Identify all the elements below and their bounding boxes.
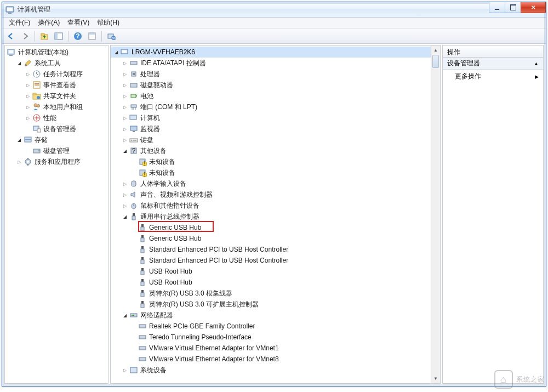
expand-icon[interactable] (122, 213, 128, 220)
console-tree-pane[interactable]: 计算机管理(本地) 系统工具 任务计划程序 事件查看器 共享文件夹 本地用户和组… (4, 45, 109, 384)
tree-task-scheduler[interactable]: 任务计划程序 (5, 69, 108, 79)
expand-icon[interactable] (122, 104, 128, 110)
device-cat[interactable]: 人体学输入设备 (111, 178, 431, 189)
expand-icon[interactable] (25, 82, 31, 88)
tree-storage[interactable]: 存储 (5, 134, 108, 145)
back-button[interactable] (4, 30, 18, 42)
device-item[interactable]: Standard Enhanced PCI to USB Host Contro… (111, 255, 431, 266)
nic-icon (138, 355, 147, 363)
usb-device-icon (138, 267, 147, 276)
expand-icon[interactable] (122, 191, 128, 198)
expand-icon[interactable] (122, 137, 128, 143)
title-bar[interactable]: 计算机管理 (2, 2, 546, 18)
minimize-button[interactable] (489, 2, 505, 13)
expand-icon[interactable] (122, 147, 128, 154)
body-panes: 计算机管理(本地) 系统工具 任务计划程序 事件查看器 共享文件夹 本地用户和组… (4, 45, 544, 384)
expand-icon[interactable] (122, 367, 128, 373)
expand-icon[interactable] (122, 71, 128, 77)
device-item[interactable]: 英特尔(R) USB 3.0 根集线器 (111, 288, 431, 299)
expand-icon[interactable] (122, 82, 128, 88)
tree-label: 英特尔(R) USB 3.0 可扩展主机控制器 (149, 300, 259, 309)
tree-shared-folders[interactable]: 共享文件夹 (5, 90, 108, 101)
expand-icon[interactable] (16, 137, 22, 143)
device-cat[interactable]: 磁盘驱动器 (111, 79, 431, 90)
expand-icon[interactable] (122, 312, 128, 319)
svg-rect-4 (41, 33, 44, 35)
device-cat[interactable]: 网络适配器 (111, 310, 431, 321)
device-cat[interactable]: IDE ATA/ATAPI 控制器 (111, 58, 431, 69)
expand-icon[interactable] (122, 115, 128, 121)
help-button[interactable]: ? (71, 30, 84, 42)
actions-category[interactable]: 设备管理器▲ (443, 58, 543, 70)
expand-icon[interactable] (122, 180, 128, 187)
expand-icon[interactable] (25, 115, 31, 121)
tree-device-manager[interactable]: 设备管理器 (5, 123, 108, 134)
maximize-button[interactable] (505, 2, 521, 13)
device-item[interactable]: Realtek PCIe GBE Family Controller (111, 321, 431, 332)
device-cat[interactable]: 声音、视频和游戏控制器 (111, 189, 431, 200)
device-item[interactable]: !未知设备 (111, 156, 431, 167)
device-cat[interactable]: 系统设备 (111, 365, 431, 376)
device-item-usb1[interactable]: Generic USB Hub (111, 222, 431, 233)
menu-view[interactable]: 查看(V) (64, 17, 93, 29)
device-item[interactable]: VMware Virtual Ethernet Adapter for VMne… (111, 343, 431, 354)
device-cat[interactable]: 计算机 (111, 112, 431, 123)
collapse-icon[interactable]: ▲ (534, 61, 539, 66)
scroll-up-button[interactable]: ▲ (431, 46, 440, 55)
expand-icon[interactable] (16, 158, 22, 165)
tree-systools[interactable]: 系统工具 (5, 58, 108, 69)
expand-spacer (130, 257, 137, 264)
device-item[interactable]: Teredo Tunneling Pseudo-Interface (111, 332, 431, 343)
menu-action[interactable]: 操作(A) (35, 17, 63, 29)
expand-icon[interactable] (113, 49, 119, 55)
expand-icon[interactable] (122, 126, 128, 132)
tree-label: VMware Virtual Ethernet Adapter for VMne… (149, 344, 279, 352)
scroll-thumb[interactable] (432, 55, 439, 68)
tree-event-viewer[interactable]: 事件查看器 (5, 79, 108, 90)
scan-hardware-button[interactable] (105, 30, 118, 42)
expand-icon[interactable] (122, 202, 128, 209)
device-cat[interactable]: 键盘 (111, 134, 431, 145)
tree-performance[interactable]: 性能 (5, 112, 108, 123)
expand-icon[interactable] (25, 71, 31, 77)
device-cat[interactable]: 监视器 (111, 123, 431, 134)
svg-rect-69 (141, 235, 144, 238)
device-item[interactable]: Generic USB Hub (111, 233, 431, 244)
svg-rect-79 (141, 290, 144, 293)
expand-icon[interactable] (25, 93, 31, 99)
properties-button[interactable] (85, 30, 99, 42)
menu-help[interactable]: 帮助(H) (94, 17, 123, 29)
device-cat[interactable]: 处理器 (111, 69, 431, 79)
forward-button[interactable] (19, 30, 32, 42)
vertical-scrollbar[interactable]: ▲ ▼ (431, 46, 440, 383)
tree-services-apps[interactable]: 服务和应用程序 (5, 156, 108, 167)
close-button[interactable] (521, 2, 546, 13)
device-item[interactable]: USB Root Hub (111, 277, 431, 288)
device-tree-pane[interactable]: LRGM-VVFHAEB2K6 IDE ATA/ATAPI 控制器 处理器 磁盘… (110, 45, 441, 384)
device-item[interactable]: USB Root Hub (111, 266, 431, 277)
scroll-down-button[interactable]: ▼ (431, 374, 440, 383)
show-hide-tree-button[interactable] (52, 30, 65, 42)
menu-file[interactable]: 文件(F) (5, 17, 33, 29)
expand-icon[interactable] (25, 104, 31, 110)
svg-rect-81 (141, 301, 144, 304)
tree-disk-mgmt[interactable]: 磁盘管理 (5, 145, 108, 156)
up-button[interactable] (38, 30, 51, 42)
expand-icon[interactable] (16, 60, 22, 66)
tree-root[interactable]: 计算机管理(本地) (5, 47, 108, 58)
device-cat[interactable]: 通用串行总线控制器 (111, 211, 431, 222)
device-item[interactable]: VMware Virtual Ethernet Adapter for VMne… (111, 354, 431, 365)
device-item[interactable]: Standard Enhanced PCI to USB Host Contro… (111, 244, 431, 255)
tree-local-users[interactable]: 本地用户和组 (5, 101, 108, 112)
device-cat[interactable]: 电池 (111, 90, 431, 101)
expand-icon[interactable] (122, 93, 128, 99)
actions-more[interactable]: 更多操作▶ (443, 70, 543, 83)
expand-icon[interactable] (122, 60, 128, 66)
device-cat[interactable]: 端口 (COM 和 LPT) (111, 101, 431, 112)
device-item[interactable]: !未知设备 (111, 167, 431, 178)
device-cat[interactable]: ?其他设备 (111, 145, 431, 156)
device-cat[interactable]: 鼠标和其他指针设备 (111, 200, 431, 211)
device-root[interactable]: LRGM-VVFHAEB2K6 (111, 47, 431, 58)
device-item[interactable]: 英特尔(R) USB 3.0 可扩展主机控制器 (111, 299, 431, 310)
svg-rect-68 (141, 227, 144, 231)
